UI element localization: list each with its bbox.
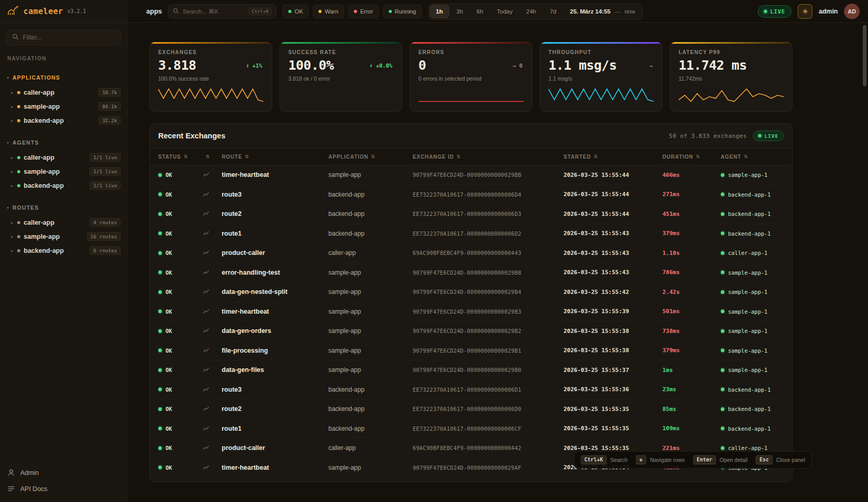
column-header[interactable]: AGENT ⇅ xyxy=(721,154,784,160)
table-row[interactable]: OK error-handling-test sample-app 90799F… xyxy=(150,478,792,482)
route-name[interactable]: data-gen-files xyxy=(222,366,328,374)
route-name[interactable]: data-gen-nested-split xyxy=(222,288,328,295)
stat-subtext: 1.1 msg/s xyxy=(548,75,654,82)
sidebar-item[interactable]: ▸ caller-app 4 routes xyxy=(0,215,127,229)
route-name[interactable]: data-gen-orders xyxy=(222,327,328,334)
sidebar-item[interactable]: ▸ caller-app 1/1 live xyxy=(0,150,127,164)
global-search[interactable]: Ctrl+K xyxy=(168,4,276,19)
route-name[interactable]: file-processing xyxy=(222,347,328,354)
status-filter-chip[interactable]: OK xyxy=(283,5,309,18)
trend-icon[interactable] xyxy=(203,445,209,451)
sidebar-section-header[interactable]: ▾ APPLICATIONS xyxy=(0,72,127,83)
trend-icon[interactable] xyxy=(203,465,209,471)
route-name[interactable]: route3 xyxy=(222,386,328,393)
route-name[interactable]: timer-heartbeat xyxy=(222,308,328,315)
live-badge[interactable]: LIVE xyxy=(758,5,792,18)
status-dot xyxy=(158,212,162,216)
route-name[interactable]: route2 xyxy=(222,405,328,413)
table-row[interactable]: OK route3 backend-app EE7322370A10617-00… xyxy=(150,380,792,400)
avatar[interactable]: AD xyxy=(844,4,860,19)
trend-icon[interactable] xyxy=(203,191,209,198)
trend-icon[interactable] xyxy=(203,211,209,217)
datetime-selector[interactable]: 25. März 14:55 — now xyxy=(564,8,641,15)
table-row[interactable]: OK route1 backend-app EE7322370A10617-00… xyxy=(150,224,792,244)
table-row[interactable]: OK route2 backend-app EE7322370A10617-00… xyxy=(150,204,792,224)
column-header[interactable]: APPLICATION ⇅ xyxy=(328,154,413,160)
logo[interactable]: cameleer v3.2.1 xyxy=(0,0,127,23)
route-name[interactable]: product-caller xyxy=(222,444,328,452)
status-label: OK xyxy=(165,269,172,276)
status-filter-chip[interactable]: Warn xyxy=(313,5,344,18)
sidebar-section-header[interactable]: ▾ ROUTES xyxy=(0,202,127,213)
sidebar-item-api-docs[interactable]: API Docs xyxy=(7,485,120,493)
time-range-button[interactable]: Today xyxy=(491,5,519,18)
trend-icon[interactable] xyxy=(203,308,209,315)
status-filter-chip[interactable]: Error xyxy=(348,5,378,18)
sidebar-filter[interactable] xyxy=(6,30,121,45)
table-row[interactable]: OK product-caller caller-app 69AC90BF8EB… xyxy=(150,243,792,263)
time-range-button[interactable]: 24h xyxy=(520,5,542,18)
time-range-button[interactable]: 6h xyxy=(470,5,490,18)
trend-icon[interactable] xyxy=(203,347,209,354)
route-name[interactable]: product-caller xyxy=(222,249,328,256)
sidebar-item[interactable]: ▸ backend-app 1/1 live xyxy=(0,178,127,192)
sidebar-section-header[interactable]: ▾ AGENTS xyxy=(0,137,127,148)
theme-toggle[interactable]: ☀ xyxy=(798,4,812,19)
sidebar-item[interactable]: ▸ backend-app 32.2k xyxy=(0,113,127,127)
filter-input[interactable] xyxy=(23,34,115,41)
route-name[interactable]: route1 xyxy=(222,425,328,432)
time-range-button[interactable]: 7d xyxy=(543,5,563,18)
route-name[interactable]: error-handling-test xyxy=(222,269,328,276)
trend-icon[interactable] xyxy=(203,172,209,178)
status-filter-chip[interactable]: Running xyxy=(383,5,422,18)
exchange-id: 90799F47E6CD24D-00000000000029B8 xyxy=(413,269,564,276)
sidebar-item[interactable]: ▸ caller-app 10.7k xyxy=(0,85,127,99)
agent-status-dot xyxy=(721,349,724,352)
sidebar-item[interactable]: ▸ sample-app 84.1k xyxy=(0,99,127,113)
table-row[interactable]: OK route1 backend-app EE7322370A10617-00… xyxy=(150,419,792,439)
route-name[interactable]: route1 xyxy=(222,230,328,237)
table-row[interactable]: OK data-gen-orders sample-app 90799F47E6… xyxy=(150,321,792,341)
route-name[interactable]: route2 xyxy=(222,210,328,217)
trend-icon[interactable] xyxy=(203,328,209,334)
sidebar-item-badge: 1/1 live xyxy=(90,167,121,176)
column-header[interactable]: EXCHANGE ID ⇅ xyxy=(413,154,564,160)
table-row[interactable]: OK route2 backend-app EE7322370A10617-00… xyxy=(150,400,792,419)
column-header[interactable]: STARTED ⇅ xyxy=(564,154,662,160)
column-header[interactable]: ⇅ xyxy=(203,154,222,159)
search-input[interactable] xyxy=(183,8,245,15)
table-row[interactable]: OK file-processing sample-app 90799F47E6… xyxy=(150,341,792,361)
trend-icon[interactable] xyxy=(203,406,209,412)
sidebar-item-admin[interactable]: Admin xyxy=(7,469,120,477)
sidebar-item[interactable]: ▸ backend-app 6 routes xyxy=(0,243,127,258)
scrollbar[interactable] xyxy=(863,25,866,86)
table-row[interactable]: OK error-handling-test sample-app 90799F… xyxy=(150,263,792,283)
duration-value: 109ms xyxy=(662,425,721,432)
trend-icon[interactable] xyxy=(203,250,209,256)
trend-icon[interactable] xyxy=(203,426,209,432)
route-name[interactable]: timer-heartbeat xyxy=(222,464,328,471)
column-header[interactable]: DURATION ⇅ xyxy=(662,154,721,160)
trend-icon[interactable] xyxy=(203,367,209,373)
sidebar-item[interactable]: ▸ sample-app 1/1 live xyxy=(0,164,127,178)
user-icon xyxy=(7,469,15,477)
trend-icon[interactable] xyxy=(203,269,209,276)
trend-icon[interactable] xyxy=(203,387,209,393)
trend-icon[interactable] xyxy=(203,230,209,237)
table-row[interactable]: OK route3 backend-app EE7322370A10617-00… xyxy=(150,185,792,205)
table-row[interactable]: OK data-gen-nested-split sample-app 9079… xyxy=(150,282,792,302)
table-row[interactable]: OK timer-heartbeat sample-app 90799F47E6… xyxy=(150,302,792,322)
route-name[interactable]: timer-heartbeat xyxy=(222,171,328,178)
trend-icon[interactable] xyxy=(203,289,209,295)
keyboard-hint: Enter Open detail xyxy=(693,455,748,465)
column-header[interactable]: ROUTE ⇅ xyxy=(222,154,328,160)
stat-accent-bar xyxy=(150,42,272,44)
table-row[interactable]: OK timer-heartbeat sample-app 90799F47E6… xyxy=(150,165,792,185)
route-name[interactable]: route3 xyxy=(222,191,328,198)
sidebar-item[interactable]: ▸ sample-app 16 routes xyxy=(0,229,127,243)
live-badge[interactable]: LIVE xyxy=(753,131,784,141)
table-row[interactable]: OK data-gen-files sample-app 90799F47E6C… xyxy=(150,361,792,380)
column-header[interactable]: STATUS ⇅ xyxy=(158,154,203,160)
time-range-button[interactable]: 1h xyxy=(430,5,449,18)
time-range-button[interactable]: 3h xyxy=(450,5,469,18)
